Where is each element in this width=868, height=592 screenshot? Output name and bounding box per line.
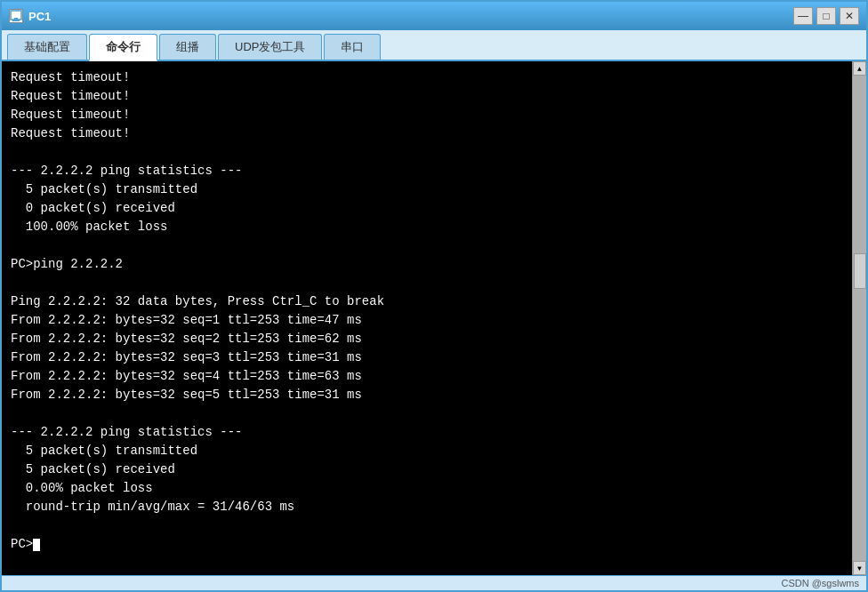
scroll-down-button[interactable]: ▼ (853, 561, 866, 575)
title-bar-left: PC1 (9, 9, 51, 23)
status-bar: CSDN @sgslwms (2, 575, 866, 590)
scroll-track (853, 76, 866, 561)
tab-bar: 基础配置 命令行 组播 UDP发包工具 串口 (2, 30, 866, 61)
minimize-button[interactable]: — (793, 7, 813, 25)
terminal-cursor (33, 539, 40, 551)
svg-rect-2 (14, 18, 18, 20)
scroll-up-button[interactable]: ▲ (853, 61, 866, 76)
tab-basic[interactable]: 基础配置 (7, 34, 87, 60)
status-text: CSDN @sgslwms (781, 578, 859, 588)
terminal-container: Request timeout! Request timeout! Reques… (2, 61, 866, 575)
tab-cmd[interactable]: 命令行 (89, 34, 157, 61)
maximize-button[interactable]: □ (816, 7, 836, 25)
terminal-output[interactable]: Request timeout! Request timeout! Reques… (2, 61, 852, 575)
window-title: PC1 (28, 10, 51, 23)
scrollbar[interactable]: ▲ ▼ (852, 61, 866, 575)
title-bar: PC1 — □ ✕ (2, 2, 866, 30)
window-icon (9, 9, 23, 23)
tab-group[interactable]: 组播 (159, 34, 216, 60)
close-button[interactable]: ✕ (840, 7, 859, 25)
svg-rect-1 (12, 20, 20, 21)
title-buttons: — □ ✕ (793, 7, 859, 25)
main-window: PC1 — □ ✕ 基础配置 命令行 组播 UDP发包工具 串口 Request… (0, 0, 868, 592)
scroll-thumb[interactable] (854, 253, 866, 289)
tab-serial[interactable]: 串口 (324, 34, 381, 60)
tab-udp[interactable]: UDP发包工具 (218, 34, 322, 60)
